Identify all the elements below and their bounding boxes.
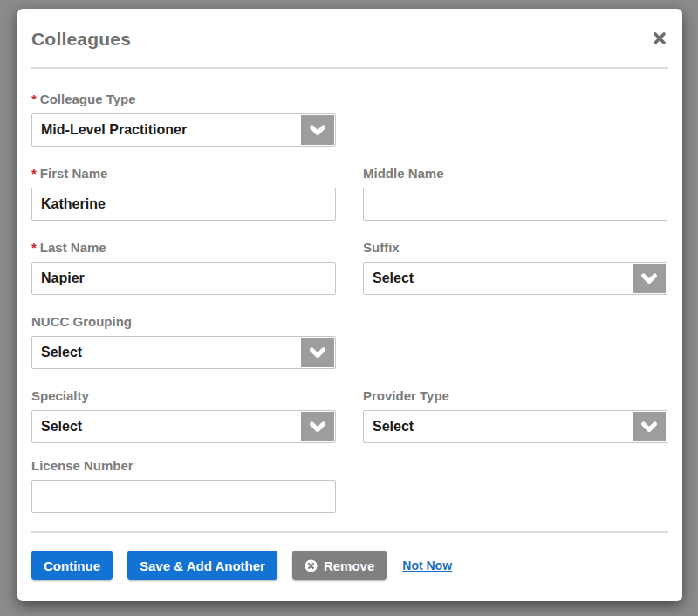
not-now-link[interactable]: Not Now <box>402 558 452 572</box>
field-first-name: *First Name <box>31 165 336 221</box>
colleagues-modal: Colleagues *Colleague Type Mid-Level Pra… <box>17 9 682 601</box>
modal-body: *Colleague Type Mid-Level Practitioner *… <box>17 69 682 513</box>
suffix-label: Suffix <box>363 239 667 257</box>
circle-x-icon <box>305 559 318 572</box>
close-icon <box>653 35 667 48</box>
nucc-grouping-label: NUCC Grouping <box>31 313 336 331</box>
close-button[interactable] <box>652 31 667 46</box>
specialty-select[interactable]: Select <box>31 410 336 443</box>
save-add-another-button[interactable]: Save & Add Another <box>127 551 277 580</box>
field-suffix: Suffix Select <box>363 239 667 295</box>
colleague-type-label: *Colleague Type <box>31 91 336 108</box>
modal-backdrop[interactable]: { "modal": { "title": "Colleagues" }, "m… <box>0 0 698 616</box>
specialty-value: Select <box>41 419 82 435</box>
chevron-down-icon <box>633 412 666 441</box>
field-colleague-type: *Colleague Type Mid-Level Practitioner <box>31 91 336 147</box>
field-nucc-grouping: NUCC Grouping Select <box>31 313 336 369</box>
provider-type-label: Provider Type <box>363 387 667 405</box>
provider-type-select[interactable]: Select <box>363 410 667 443</box>
continue-button-label: Continue <box>44 558 100 573</box>
chevron-down-icon <box>633 264 666 293</box>
chevron-down-icon <box>301 338 334 367</box>
nucc-grouping-select[interactable]: Select <box>31 336 336 369</box>
license-number-label: License Number <box>31 457 336 475</box>
required-asterisk: * <box>31 166 37 181</box>
field-last-name: *Last Name <box>31 239 336 295</box>
first-name-label: *First Name <box>31 165 336 182</box>
last-name-label: *Last Name <box>31 239 336 257</box>
colleague-type-select[interactable]: Mid-Level Practitioner <box>31 113 336 147</box>
remove-button[interactable]: Remove <box>292 551 387 580</box>
modal-header: Colleagues <box>17 9 682 67</box>
modal-title: Colleagues <box>31 29 668 50</box>
suffix-select[interactable]: Select <box>363 262 667 295</box>
spacer <box>363 91 667 147</box>
colleague-type-value: Mid-Level Practitioner <box>41 122 187 138</box>
specialty-label: Specialty <box>31 387 336 405</box>
field-provider-type: Provider Type Select <box>363 387 667 443</box>
middle-name-label: Middle Name <box>363 165 667 182</box>
remove-button-label: Remove <box>324 558 374 573</box>
first-name-input[interactable] <box>31 188 336 221</box>
provider-type-value: Select <box>373 419 414 435</box>
chevron-down-icon <box>301 115 334 145</box>
field-license-number: License Number <box>31 457 336 513</box>
continue-button[interactable]: Continue <box>31 551 113 580</box>
required-asterisk: * <box>31 240 37 255</box>
field-specialty: Specialty Select <box>31 387 336 443</box>
spacer <box>363 457 667 513</box>
chevron-down-icon <box>301 412 334 441</box>
middle-name-input[interactable] <box>363 188 667 221</box>
nucc-grouping-value: Select <box>41 345 82 360</box>
save-add-another-button-label: Save & Add Another <box>140 558 265 573</box>
last-name-input[interactable] <box>31 262 336 295</box>
required-asterisk: * <box>31 92 37 106</box>
field-middle-name: Middle Name <box>363 165 667 221</box>
suffix-value: Select <box>373 270 414 286</box>
modal-footer: Continue Save & Add Another Remove Not N… <box>17 533 682 580</box>
spacer <box>363 313 667 369</box>
license-number-input[interactable] <box>31 480 336 513</box>
